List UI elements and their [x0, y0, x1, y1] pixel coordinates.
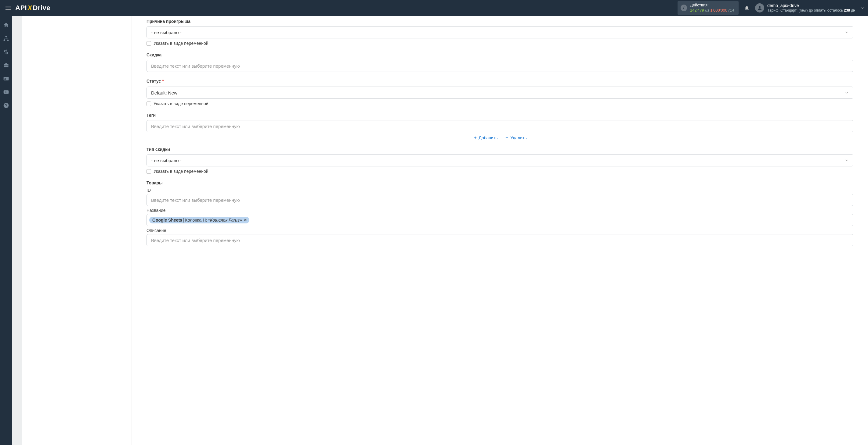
help-icon[interactable] [2, 102, 10, 109]
products-id-label: ID [147, 188, 854, 193]
user-name: demo_apix-drive [767, 3, 855, 8]
chevron-down-icon [861, 6, 864, 10]
tariff-days: 238 [844, 8, 850, 12]
tariff-unit: дн [851, 8, 855, 12]
svg-rect-1 [5, 36, 7, 37]
top-header: APIXDrive i Действия: 142'479 из 1'000'0… [0, 0, 868, 16]
bell-icon [744, 5, 750, 11]
products-desc-label: Описание [147, 228, 854, 233]
tags-delete-button[interactable]: Удалить [505, 135, 526, 140]
status-group: Статус * Default: New Указать в виде пер… [147, 79, 854, 106]
left-gutter [12, 16, 22, 445]
video-icon[interactable] [2, 89, 10, 96]
chip-column: | Колонка H: [183, 218, 207, 222]
discount-type-select[interactable]: - не выбрано - [147, 154, 854, 166]
briefcase-icon[interactable] [2, 62, 10, 69]
user-menu[interactable]: demo_apix-drive Тариф |Стандарт| (new) д… [755, 3, 864, 13]
discount-input[interactable]: Введите текст или выберите переменную [147, 60, 854, 72]
svg-point-0 [759, 6, 761, 8]
status-var-checkbox[interactable] [147, 102, 151, 106]
sidebar [0, 16, 12, 445]
status-select[interactable]: Default: New [147, 87, 854, 99]
tags-label: Теги [147, 113, 854, 118]
chevron-down-icon [844, 158, 849, 163]
actions-count: 142'479 [690, 8, 704, 12]
chip-source: Google Sheets [152, 218, 182, 222]
left-panel [22, 16, 132, 445]
tags-add-button[interactable]: Добавить [473, 135, 497, 140]
actions-extra: (149 [728, 8, 734, 12]
svg-point-5 [5, 78, 5, 79]
actions-label: Действия: [690, 3, 734, 8]
discount-group: Скидка Введите текст или выберите переме… [147, 53, 854, 72]
tags-placeholder: Введите текст или выберите переменную [151, 124, 240, 129]
bell-button[interactable] [744, 5, 750, 11]
discount-type-var-label: Указать в виде переменной [154, 169, 209, 174]
svg-rect-6 [6, 78, 8, 78]
logo[interactable]: APIXDrive [15, 4, 50, 12]
avatar-icon [755, 3, 764, 12]
chip-value: «Кошелек Farus» [208, 218, 242, 222]
chip-remove-button[interactable]: ✕ [244, 218, 247, 222]
discount-type-group: Тип скидки - не выбрано - Указать в виде… [147, 147, 854, 174]
status-value: Default: New [151, 90, 177, 95]
info-icon: i [681, 5, 687, 11]
status-label: Статус * [147, 79, 854, 84]
logo-x: X [27, 4, 33, 11]
svg-rect-7 [6, 79, 8, 79]
chevron-down-icon [844, 91, 849, 95]
loss-reason-var-checkbox[interactable] [147, 41, 151, 46]
tags-group: Теги Введите текст или выберите переменн… [147, 113, 854, 140]
actions-total: 1'000'000 [710, 8, 727, 12]
minus-icon [505, 136, 509, 140]
hamburger-icon [5, 6, 11, 10]
dollar-icon[interactable] [2, 48, 10, 56]
actions-of: из [705, 8, 709, 12]
menu-button[interactable] [4, 3, 13, 12]
variable-chip: Google Sheets | Колонка H: «Кошелек Faru… [149, 217, 249, 224]
logo-text: Drive [33, 4, 50, 11]
svg-rect-2 [4, 40, 5, 41]
discount-type-var-checkbox[interactable] [147, 169, 151, 174]
discount-placeholder: Введите текст или выберите переменную [151, 63, 240, 69]
id-card-icon[interactable] [2, 75, 10, 82]
svg-rect-3 [7, 40, 8, 41]
actions-badge[interactable]: i Действия: 142'479 из 1'000'000 (149 [678, 1, 739, 15]
products-desc-placeholder: Введите текст или выберите переменную [151, 238, 240, 243]
plus-icon [473, 136, 477, 140]
loss-reason-var-label: Указать в виде переменной [154, 41, 209, 46]
products-id-input[interactable]: Введите текст или выберите переменную [147, 194, 854, 206]
products-id-placeholder: Введите текст или выберите переменную [151, 198, 240, 203]
products-name-input[interactable]: Google Sheets | Колонка H: «Кошелек Faru… [147, 214, 854, 226]
products-desc-input[interactable]: Введите текст или выберите переменную [147, 234, 854, 246]
products-group: Товары ID Введите текст или выберите пер… [147, 180, 854, 246]
tariff-label: Тариф |Стандарт| (new) до оплаты осталос… [767, 8, 843, 12]
products-label: Товары [147, 180, 854, 185]
tags-add-label: Добавить [478, 135, 497, 140]
sitemap-icon[interactable] [2, 35, 10, 42]
products-name-label: Название [147, 208, 854, 213]
loss-reason-value: - не выбрано - [151, 30, 182, 35]
logo-text: API [15, 4, 27, 11]
loss-reason-group: Причина проигрыша - не выбрано - Указать… [147, 19, 854, 46]
home-icon[interactable] [2, 21, 10, 29]
chevron-down-icon [844, 30, 849, 34]
form-area: Причина проигрыша - не выбрано - Указать… [132, 16, 868, 445]
discount-type-value: - не выбрано - [151, 158, 182, 163]
tags-delete-label: Удалить [510, 135, 526, 140]
loss-reason-select[interactable]: - не выбрано - [147, 26, 854, 38]
status-var-label: Указать в виде переменной [154, 101, 209, 106]
discount-label: Скидка [147, 53, 854, 57]
discount-type-label: Тип скидки [147, 147, 854, 152]
tags-input[interactable]: Введите текст или выберите переменную [147, 120, 854, 132]
loss-reason-label: Причина проигрыша [147, 19, 854, 24]
